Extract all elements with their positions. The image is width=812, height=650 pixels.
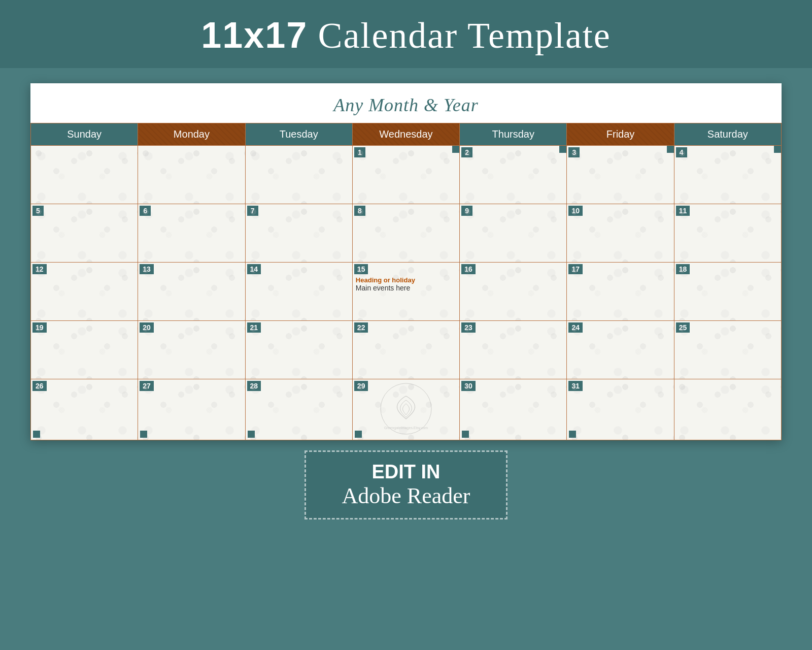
date-badge: 24 [568, 322, 583, 333]
calendar-cell: 3 [567, 146, 674, 204]
corner-decoration [355, 431, 362, 438]
header-sunday: Sunday [31, 123, 138, 146]
date-badge: 10 [568, 206, 583, 216]
date-badge: 7 [247, 206, 258, 216]
edit-line2: Adobe Reader [331, 483, 481, 509]
date-badge: 20 [140, 322, 154, 333]
header-tuesday: Tuesday [245, 123, 352, 146]
calendar-cell: 19 [31, 321, 138, 379]
date-badge: 14 [247, 264, 261, 274]
date-badge: 9 [461, 206, 472, 216]
calendar-cell: 6 [138, 204, 245, 263]
edit-badge: EDIT IN Adobe Reader [304, 450, 507, 519]
corner-decoration [248, 431, 255, 438]
date-badge: 15 [354, 264, 368, 274]
calendar-cell: 26 [31, 379, 138, 440]
calendar-cell: 11 [674, 204, 781, 263]
date-badge: 8 [354, 206, 365, 216]
date-badge: 26 [32, 381, 47, 391]
calendar-cell: 30 [460, 379, 567, 440]
calendar-cell [245, 146, 352, 204]
calendar-cell: 12 [31, 263, 138, 321]
svg-point-0 [381, 383, 431, 434]
date-badge: 2 [461, 147, 472, 157]
date-badge: 6 [140, 206, 151, 216]
corner-decoration [569, 431, 576, 438]
calendar-cell: 18 [674, 263, 781, 321]
calendar-table: Sunday Monday Tuesday Wednesday Thursday… [30, 123, 782, 440]
calendar-cell: 29 GreengateImages.Etsy.com [352, 379, 459, 440]
calendar-wrapper: Any Month & Year Sunday Monday Tuesday W… [30, 83, 782, 440]
calendar-cell: 7 [245, 204, 352, 263]
calendar-cell: 27 [138, 379, 245, 440]
bottom-section: EDIT IN Adobe Reader [0, 450, 812, 519]
corner-decoration [33, 431, 40, 438]
date-badge: 19 [32, 322, 47, 333]
corner-tab [667, 146, 674, 153]
main-title: 11x17 Calendar Template [0, 14, 812, 57]
watermark: GreengateImages.Etsy.com [378, 381, 434, 439]
calendar-cell: 24 [567, 321, 674, 379]
calendar-cell: 5 [31, 204, 138, 263]
edit-line1: EDIT IN [331, 461, 481, 483]
header-monday: Monday [138, 123, 245, 146]
event-text: Main events here [356, 284, 456, 292]
calendar-cell: 21 [245, 321, 352, 379]
calendar-cell: 28 [245, 379, 352, 440]
date-badge: 28 [247, 381, 261, 391]
calendar-row-3: 12131415Heading or holidayMain events he… [31, 263, 782, 321]
header-wednesday: Wednesday [352, 123, 459, 146]
calendar-month-title: Any Month & Year [30, 83, 782, 123]
calendar-cell [138, 146, 245, 204]
date-badge: 3 [568, 147, 580, 157]
calendar-cell: 8 [352, 204, 459, 263]
calendar-cell: 15Heading or holidayMain events here [352, 263, 459, 321]
calendar-cell: 20 [138, 321, 245, 379]
header-thursday: Thursday [460, 123, 567, 146]
calendar-cell: 10 [567, 204, 674, 263]
header-banner: 11x17 Calendar Template [0, 0, 812, 68]
title-bold: 11x17 [201, 15, 308, 55]
calendar-cell [31, 146, 138, 204]
header-friday: Friday [567, 123, 674, 146]
header-saturday: Saturday [674, 123, 781, 146]
date-badge: 16 [461, 264, 476, 274]
date-badge: 23 [461, 322, 476, 333]
day-header-row: Sunday Monday Tuesday Wednesday Thursday… [31, 123, 782, 146]
calendar-row-2: 567891011 [31, 204, 782, 263]
calendar-cell [674, 379, 781, 440]
date-badge: 31 [568, 381, 583, 391]
date-badge: 30 [461, 381, 476, 391]
date-badge: 27 [140, 381, 154, 391]
calendar-cell: 14 [245, 263, 352, 321]
date-badge: 18 [676, 264, 690, 274]
date-badge: 12 [32, 264, 47, 274]
date-badge: 21 [247, 322, 261, 333]
event-heading: Heading or holiday [356, 276, 456, 284]
calendar-row-5: 26272829 GreengateImages.Etsy.com 3031 [31, 379, 782, 440]
date-badge: 5 [32, 206, 44, 216]
date-badge: 22 [354, 322, 368, 333]
corner-tab [452, 146, 459, 153]
svg-text:GreengateImages.Etsy.com: GreengateImages.Etsy.com [384, 426, 428, 430]
date-badge: 4 [676, 147, 687, 157]
corner-decoration [462, 431, 469, 438]
calendar-cell: 9 [460, 204, 567, 263]
date-badge: 17 [568, 264, 583, 274]
date-badge: 13 [140, 264, 154, 274]
calendar-cell: 13 [138, 263, 245, 321]
date-badge: 1 [354, 147, 365, 157]
corner-tab [559, 146, 566, 153]
corner-decoration [140, 431, 147, 438]
calendar-row-1: 1234 [31, 146, 782, 204]
date-badge: 11 [676, 206, 690, 216]
calendar-cell: 2 [460, 146, 567, 204]
date-badge: 29 [354, 381, 368, 391]
calendar-cell: 4 [674, 146, 781, 204]
corner-tab [774, 146, 781, 153]
calendar-cell: 25 [674, 321, 781, 379]
calendar-cell: 1 [352, 146, 459, 204]
title-rest: Calendar Template [308, 15, 611, 56]
date-badge: 25 [676, 322, 690, 333]
calendar-cell: 31 [567, 379, 674, 440]
